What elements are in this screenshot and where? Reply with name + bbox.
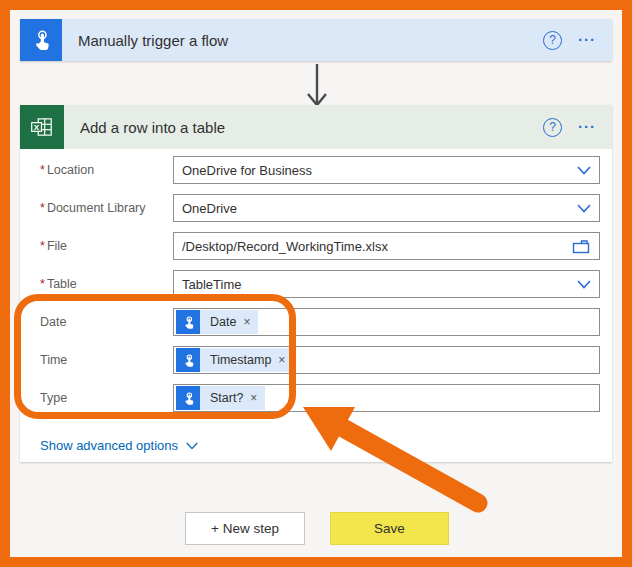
svg-text:X: X: [34, 123, 40, 132]
document-library-dropdown[interactable]: OneDrive: [173, 194, 600, 222]
excel-icon: X: [20, 105, 64, 149]
file-path-value: /Desktop/Record_WorkingTime.xlsx: [182, 239, 564, 254]
required-marker: *: [40, 239, 45, 253]
field-label: *Location: [40, 163, 173, 177]
field-row-location: *Location OneDrive for Business: [40, 156, 600, 184]
new-step-button[interactable]: + New step: [185, 512, 305, 545]
trigger-card-manually-trigger-a-flow[interactable]: Manually trigger a flow ? ···: [20, 19, 612, 61]
file-input[interactable]: /Desktop/Record_WorkingTime.xlsx: [173, 232, 600, 260]
manual-trigger-token-icon: [176, 348, 200, 372]
chevron-down-icon[interactable]: [577, 204, 591, 213]
field-label: Type: [40, 391, 173, 405]
action-menu-icon[interactable]: ···: [578, 122, 596, 132]
trigger-help-icon[interactable]: ?: [543, 31, 562, 50]
field-row-type: Type Start? ×: [40, 384, 600, 412]
field-row-document-library: *Document Library OneDrive: [40, 194, 600, 222]
show-advanced-options-link[interactable]: Show advanced options: [40, 438, 198, 453]
document-library-value: OneDrive: [182, 201, 569, 216]
token-timestamp[interactable]: Timestamp ×: [176, 348, 293, 372]
manual-trigger-token-icon: [176, 310, 200, 334]
action-card-header[interactable]: X Add a row into a table ? ···: [20, 105, 612, 149]
token-start[interactable]: Start? ×: [176, 386, 265, 410]
field-label: *File: [40, 239, 173, 253]
field-label: Time: [40, 353, 173, 367]
token-label: Date: [210, 315, 236, 329]
required-marker: *: [40, 277, 45, 291]
manual-trigger-token-icon: [176, 386, 200, 410]
save-button[interactable]: Save: [330, 512, 449, 545]
table-dropdown[interactable]: TableTime: [173, 270, 600, 298]
location-value: OneDrive for Business: [182, 163, 569, 178]
date-token-input[interactable]: Date ×: [173, 308, 600, 336]
trigger-card-title: Manually trigger a flow: [78, 32, 228, 49]
connector-down-arrow-icon: [305, 63, 329, 109]
action-help-icon[interactable]: ?: [543, 118, 562, 137]
trigger-menu-icon[interactable]: ···: [578, 35, 596, 45]
chevron-down-icon[interactable]: [577, 166, 591, 175]
flow-editor-screen: Manually trigger a flow ? ··· X: [0, 0, 632, 567]
action-card-body: *Location OneDrive for Business *Documen…: [20, 149, 612, 454]
required-marker: *: [40, 163, 45, 177]
chevron-down-icon[interactable]: [577, 280, 591, 289]
token-remove-icon[interactable]: ×: [250, 392, 257, 404]
manual-trigger-icon: [20, 19, 62, 61]
token-chip: Start? ×: [200, 386, 265, 410]
location-dropdown[interactable]: OneDrive for Business: [173, 156, 600, 184]
folder-picker-icon[interactable]: [572, 239, 591, 254]
type-token-input[interactable]: Start? ×: [173, 384, 600, 412]
field-row-time: Time Timestamp ×: [40, 346, 600, 374]
time-token-input[interactable]: Timestamp ×: [173, 346, 600, 374]
token-label: Timestamp: [210, 353, 271, 367]
token-chip: Timestamp ×: [200, 348, 293, 372]
field-label: *Document Library: [40, 201, 173, 215]
token-remove-icon[interactable]: ×: [243, 316, 250, 328]
token-chip: Date ×: [200, 310, 258, 334]
advanced-options-label: Show advanced options: [40, 438, 178, 453]
field-row-date: Date Date ×: [40, 308, 600, 336]
field-label: *Table: [40, 277, 173, 291]
field-label: Date: [40, 315, 173, 329]
action-card-add-row-into-table: X Add a row into a table ? ··· *Location…: [20, 105, 612, 462]
token-remove-icon[interactable]: ×: [278, 354, 285, 366]
required-marker: *: [40, 201, 45, 215]
field-row-file: *File /Desktop/Record_WorkingTime.xlsx: [40, 232, 600, 260]
field-row-table: *Table TableTime: [40, 270, 600, 298]
table-value: TableTime: [182, 277, 569, 292]
token-label: Start?: [210, 391, 243, 405]
chevron-down-icon: [186, 442, 198, 450]
token-date[interactable]: Date ×: [176, 310, 258, 334]
action-card-title: Add a row into a table: [80, 119, 225, 136]
